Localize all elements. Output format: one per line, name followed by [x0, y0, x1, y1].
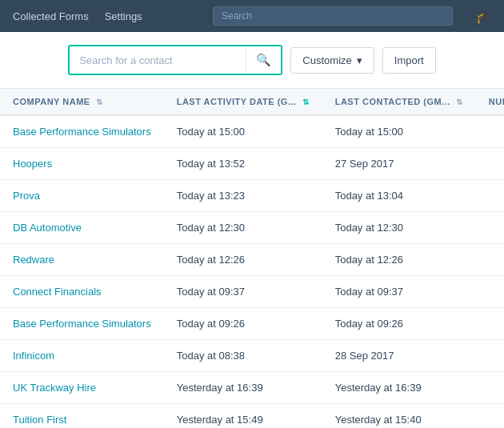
cell-activity: Yesterday at 15:49 — [164, 404, 322, 429]
cell-activity: Today at 12:30 — [164, 212, 322, 244]
col-activity-label: LAST ACTIVITY DATE (G... — [177, 97, 297, 106]
cell-company[interactable]: Base Performance Simulators — [0, 115, 164, 148]
table-row: Hoopers Today at 13:52 27 Sep 2017 — [0, 148, 504, 180]
cell-contacted: Yesterday at 15:40 — [322, 404, 476, 429]
graduation-icon[interactable]: 🎓 — [475, 9, 491, 24]
cell-activity: Today at 09:37 — [164, 276, 322, 308]
col-contacted-label: LAST CONTACTED (GM... — [335, 97, 450, 106]
col-header-contacted[interactable]: LAST CONTACTED (GM... ⇅ — [322, 89, 476, 115]
col-company-label: COMPANY NAME — [13, 97, 90, 106]
table-row: Redware Today at 12:26 Today at 12:26 — [0, 244, 504, 276]
top-nav: Collected Forms Settings 🎓 — [0, 0, 504, 32]
sort-icon-company: ⇅ — [96, 98, 103, 106]
col-header-company[interactable]: COMPANY NAME ⇅ — [0, 89, 164, 115]
cell-number — [476, 115, 504, 148]
contacts-table: COMPANY NAME ⇅ LAST ACTIVITY DATE (G... … — [0, 89, 504, 428]
customize-button[interactable]: Customize ▾ — [290, 47, 374, 74]
cell-number — [476, 340, 504, 372]
cell-number — [476, 148, 504, 180]
cell-number — [476, 244, 504, 276]
contacts-table-container: COMPANY NAME ⇅ LAST ACTIVITY DATE (G... … — [0, 89, 504, 428]
cell-number — [476, 212, 504, 244]
toolbar: 🔍 Customize ▾ Import — [0, 32, 504, 89]
cell-contacted: Today at 09:26 — [322, 308, 476, 340]
cell-company[interactable]: Redware — [0, 244, 164, 276]
cell-activity: Today at 08:38 — [164, 340, 322, 372]
cell-company[interactable]: Base Performance Simulators — [0, 308, 164, 340]
cell-contacted: Today at 12:26 — [322, 244, 476, 276]
cell-company[interactable]: Connect Financials — [0, 276, 164, 308]
cell-activity: Today at 09:26 — [164, 308, 322, 340]
cell-activity: Today at 13:52 — [164, 148, 322, 180]
search-contact-wrap: 🔍 — [68, 45, 282, 75]
nav-item-collected-forms[interactable]: Collected Forms — [13, 7, 89, 26]
table-row: Base Performance Simulators Today at 15:… — [0, 115, 504, 148]
cell-activity: Yesterday at 16:39 — [164, 372, 322, 404]
chevron-down-icon: ▾ — [357, 54, 362, 66]
cell-company[interactable]: Infinicom — [0, 340, 164, 372]
search-contact-button[interactable]: 🔍 — [246, 46, 281, 74]
table-row: UK Trackway Hire Yesterday at 16:39 Yest… — [0, 372, 504, 404]
import-button[interactable]: Import — [382, 47, 436, 74]
cell-company[interactable]: UK Trackway Hire — [0, 372, 164, 404]
table-row: DB Automotive Today at 12:30 Today at 12… — [0, 212, 504, 244]
cell-number — [476, 180, 504, 212]
cell-company[interactable]: Hoopers — [0, 148, 164, 180]
cell-activity: Today at 13:23 — [164, 180, 322, 212]
sort-icon-activity: ⇅ — [302, 98, 310, 106]
cell-activity: Today at 12:26 — [164, 244, 322, 276]
table-header-row: COMPANY NAME ⇅ LAST ACTIVITY DATE (G... … — [0, 89, 504, 115]
cell-contacted: Today at 13:04 — [322, 180, 476, 212]
search-icon: 🔍 — [256, 53, 271, 67]
customize-label: Customize — [302, 54, 351, 66]
cell-contacted: Today at 15:00 — [322, 115, 476, 148]
cell-contacted: 27 Sep 2017 — [322, 148, 476, 180]
cell-company[interactable]: Prova — [0, 180, 164, 212]
sort-icon-contacted: ⇅ — [456, 98, 463, 106]
cell-number — [476, 276, 504, 308]
nav-item-settings[interactable]: Settings — [105, 7, 142, 26]
cell-contacted: 28 Sep 2017 — [322, 340, 476, 372]
cell-contacted: Today at 09:37 — [322, 276, 476, 308]
cell-company[interactable]: DB Automotive — [0, 212, 164, 244]
col-header-activity[interactable]: LAST ACTIVITY DATE (G... ⇅ — [164, 89, 322, 115]
cell-company[interactable]: Tuition First — [0, 404, 164, 429]
table-row: Base Performance Simulators Today at 09:… — [0, 308, 504, 340]
table-row: Prova Today at 13:23 Today at 13:04 — [0, 180, 504, 212]
col-number-label: NUMBER — [489, 97, 504, 106]
cell-number — [476, 308, 504, 340]
table-row: Tuition First Yesterday at 15:49 Yesterd… — [0, 404, 504, 429]
cell-number — [476, 404, 504, 429]
cell-contacted: Today at 12:30 — [322, 212, 476, 244]
table-row: Infinicom Today at 08:38 28 Sep 2017 — [0, 340, 504, 372]
cell-number — [476, 372, 504, 404]
table-body: Base Performance Simulators Today at 15:… — [0, 115, 504, 428]
table-row: Connect Financials Today at 09:37 Today … — [0, 276, 504, 308]
cell-contacted: Yesterday at 16:39 — [322, 372, 476, 404]
search-contact-input[interactable] — [70, 48, 246, 73]
cell-activity: Today at 15:00 — [164, 115, 322, 148]
top-search-wrap — [213, 6, 453, 26]
col-header-number[interactable]: NUMBER — [476, 89, 504, 115]
top-search-input[interactable] — [213, 6, 453, 26]
